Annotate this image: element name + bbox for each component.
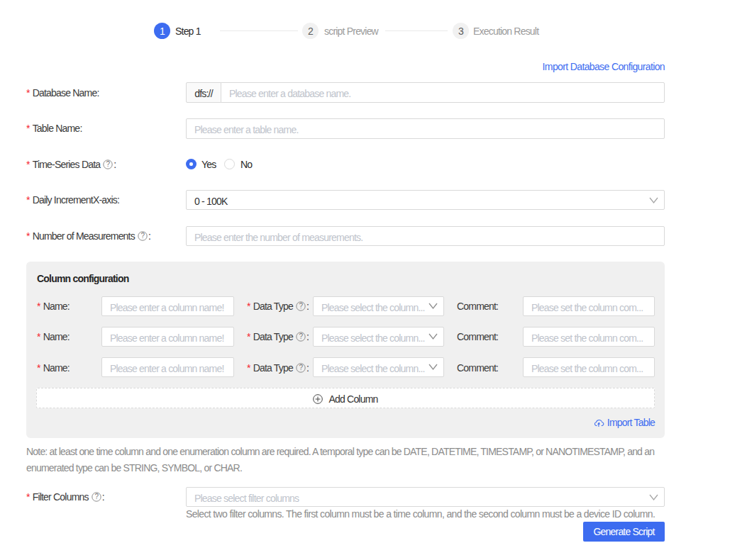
svg-text:?: ? [141, 232, 145, 240]
svg-text:?: ? [94, 493, 99, 500]
svg-text:?: ? [299, 302, 304, 310]
svg-text:?: ? [299, 332, 304, 340]
svg-text:?: ? [106, 160, 111, 168]
svg-text:?: ? [299, 364, 304, 371]
